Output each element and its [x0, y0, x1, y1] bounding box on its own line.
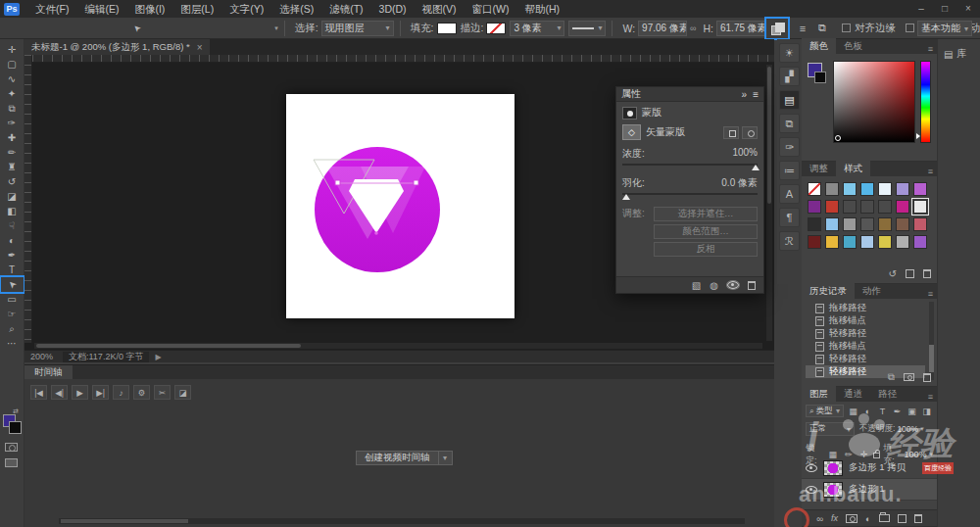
style-swatch[interactable]: [860, 200, 874, 214]
tab-styles[interactable]: 样式: [836, 161, 870, 176]
background-color-swatch[interactable]: [814, 72, 826, 83]
layer-effects-icon[interactable]: fx: [831, 513, 838, 523]
canvas[interactable]: [286, 94, 514, 318]
close-button[interactable]: ×: [956, 0, 980, 18]
stroke-type-dropdown[interactable]: ▾: [568, 21, 606, 36]
first-frame-button[interactable]: |◀: [30, 385, 47, 400]
link-layers-icon[interactable]: ∞: [816, 513, 823, 524]
style-swatch[interactable]: [825, 217, 839, 231]
layer-filter-dropdown[interactable]: ⌕ 类型 ▾: [806, 405, 844, 417]
style-swatch[interactable]: [843, 200, 857, 214]
style-swatch[interactable]: [913, 182, 927, 196]
style-swatch[interactable]: [896, 182, 909, 196]
smudge-tool[interactable]: ☟: [1, 218, 24, 233]
style-swatch[interactable]: [843, 235, 857, 249]
collapse-panel-icon[interactable]: »: [742, 89, 748, 100]
quick-mask-button[interactable]: [5, 443, 18, 452]
history-state-row[interactable]: 拖移锚点: [806, 314, 925, 327]
tab-adjustments[interactable]: 调整: [802, 161, 836, 176]
stroke-width-dropdown[interactable]: 3 像素 ▾: [510, 21, 564, 36]
maximize-button[interactable]: □: [933, 0, 956, 18]
eyedropper-tool[interactable]: ✑: [1, 116, 24, 130]
color-range-button[interactable]: 颜色范围…: [654, 224, 758, 239]
panel-menu-icon[interactable]: ≡: [924, 44, 937, 54]
tab-swatches[interactable]: 色板: [836, 38, 870, 54]
style-swatch[interactable]: [896, 235, 909, 249]
blend-mode-dropdown[interactable]: 正常 ▾: [806, 422, 855, 436]
lasso-tool[interactable]: ∿: [1, 72, 24, 86]
add-pixel-mask-button[interactable]: [723, 126, 739, 139]
chevron-down-icon[interactable]: ▾: [439, 451, 453, 465]
pen-tool[interactable]: ✒: [1, 248, 24, 263]
layer-row[interactable]: 多边形 1 拷贝: [802, 457, 937, 479]
tab-layers[interactable]: 图层: [802, 386, 836, 402]
tool-preset-icon[interactable]: ➤: [128, 21, 146, 35]
new-doc-from-state-icon[interactable]: ⧉: [888, 371, 895, 383]
density-value[interactable]: 100%: [732, 147, 758, 161]
style-swatch[interactable]: [860, 217, 874, 231]
status-caret-icon[interactable]: ▶: [155, 353, 161, 361]
panel-menu-icon[interactable]: ≡: [924, 289, 937, 299]
feather-slider[interactable]: [622, 190, 758, 199]
style-swatch[interactable]: [878, 217, 892, 231]
layer-name[interactable]: 多边形 1 拷贝: [849, 461, 906, 474]
workspace-dropdown[interactable]: 基本功能 ▾: [917, 21, 972, 36]
prev-frame-button[interactable]: ◀|: [51, 385, 68, 400]
style-swatch[interactable]: [825, 182, 839, 196]
style-swatch[interactable]: [878, 182, 892, 196]
layer-visibility-icon[interactable]: [806, 464, 817, 472]
layer-thumbnail[interactable]: [823, 482, 843, 498]
history-state-row[interactable]: 轻移路径: [806, 353, 925, 365]
adjustment-layer-icon[interactable]: ◐: [865, 513, 871, 524]
background-color-swatch[interactable]: [9, 421, 22, 434]
style-swatch[interactable]: [878, 235, 892, 249]
layer-row[interactable]: 多边形 1: [802, 479, 937, 501]
style-swatch[interactable]: [896, 217, 909, 231]
mask-visibility-icon[interactable]: [727, 281, 739, 289]
menu-item[interactable]: 编辑(E): [76, 3, 126, 15]
clone-source-icon[interactable]: ⧉: [779, 114, 800, 133]
history-state-row[interactable]: 轻移路径: [806, 327, 925, 340]
tab-paths[interactable]: 路径: [870, 386, 905, 402]
fill-swatch[interactable]: [437, 23, 457, 34]
brush-settings-icon[interactable]: ✑: [779, 137, 800, 157]
path-anchor[interactable]: [414, 180, 418, 185]
stroke-swatch[interactable]: [486, 23, 506, 34]
path-anchor[interactable]: [335, 180, 340, 185]
style-swatch[interactable]: [896, 200, 909, 214]
add-vector-mask-button[interactable]: [742, 126, 758, 139]
clear-style-icon[interactable]: ↺: [889, 268, 897, 279]
vector-mask-thumbnail[interactable]: ◇: [622, 124, 641, 140]
menu-item[interactable]: 帮助(H): [517, 3, 568, 15]
eraser-tool[interactable]: ◪: [1, 189, 24, 204]
align-edges-checkbox[interactable]: 对齐边缘: [842, 22, 896, 35]
quick-selection-tool[interactable]: ✦: [1, 86, 24, 101]
audio-button[interactable]: ♪: [113, 385, 129, 400]
menu-item[interactable]: 图层(L): [172, 3, 221, 15]
style-swatch[interactable]: [913, 217, 927, 231]
delete-mask-icon[interactable]: [748, 281, 756, 290]
menu-item[interactable]: 窗口(W): [465, 3, 517, 15]
layer-thumbnail[interactable]: [823, 460, 843, 476]
path-selection-tool[interactable]: ➤: [1, 277, 24, 292]
adjustments-icon[interactable]: ☀: [779, 43, 800, 63]
document-tab[interactable]: 未标题-1 @ 200% (多边形 1, RGB/8) * ×: [24, 39, 210, 55]
group-icon[interactable]: [879, 514, 890, 522]
type-tool[interactable]: T: [1, 263, 24, 277]
saturation-brightness-field[interactable]: [833, 61, 915, 143]
clone-stamp-tool[interactable]: ♜: [1, 160, 24, 174]
tab-history[interactable]: 历史记录: [802, 283, 855, 299]
hue-strip[interactable]: [920, 61, 931, 143]
apply-mask-icon[interactable]: ◍: [710, 280, 718, 291]
gradient-tool[interactable]: ◧: [1, 204, 24, 218]
style-swatch[interactable]: [913, 200, 927, 214]
new-style-icon[interactable]: [906, 269, 914, 278]
layer-visibility-icon[interactable]: [806, 486, 817, 494]
tab-actions[interactable]: 动作: [855, 283, 889, 299]
hand-tool[interactable]: ☞: [1, 307, 24, 321]
play-button[interactable]: ▶: [72, 385, 88, 400]
style-swatch[interactable]: [808, 200, 821, 214]
tab-color[interactable]: 颜色: [802, 38, 836, 54]
tab-channels[interactable]: 通道: [836, 386, 870, 402]
timeline-scrollbar[interactable]: [59, 518, 745, 524]
